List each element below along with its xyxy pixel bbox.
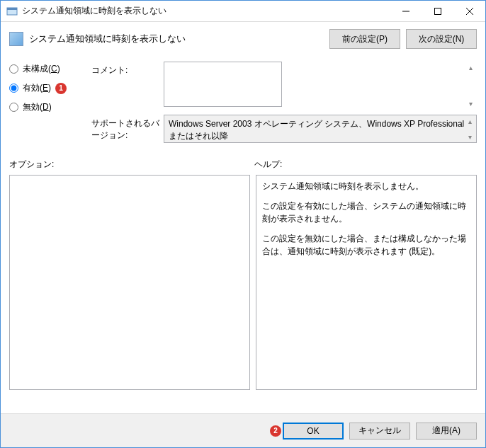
- radio-not-configured[interactable]: 未構成(C): [9, 63, 91, 75]
- titlebar: システム通知領域に時刻を表示しない: [1, 1, 485, 22]
- close-button[interactable]: [453, 1, 485, 21]
- radio-not-configured-label: 未構成(C): [23, 63, 60, 75]
- help-text: この設定を無効にした場合、または構成しなかった場合は、通知領域に時刻が表示されま…: [262, 232, 470, 258]
- comment-area: コメント: ▴ ▾ サポートされるバージョン: Windows Server 2…: [91, 62, 477, 143]
- window-title: システム通知領域に時刻を表示しない: [22, 5, 390, 17]
- previous-setting-button[interactable]: 前の設定(P): [329, 29, 400, 49]
- radio-enabled-label: 有効(E): [23, 82, 51, 94]
- window-icon: [6, 6, 18, 17]
- policy-title: システム通知領域に時刻を表示しない: [29, 33, 186, 45]
- minimize-button[interactable]: [390, 1, 422, 21]
- policy-icon: [9, 32, 23, 46]
- section-labels: オプション: ヘルプ:: [9, 159, 477, 171]
- scroll-up-icon[interactable]: ▴: [465, 62, 476, 72]
- apply-button[interactable]: 適用(A): [416, 423, 477, 440]
- options-label: オプション:: [9, 159, 254, 171]
- dialog-footer: 2 OK キャンセル 適用(A): [1, 413, 485, 447]
- support-row: サポートされるバージョン: Windows Server 2003 オペレーティ…: [91, 115, 477, 143]
- cancel-button[interactable]: キャンセル: [349, 423, 410, 440]
- radio-disabled[interactable]: 無効(D): [9, 101, 91, 113]
- radio-enabled-input[interactable]: [9, 84, 18, 93]
- config-row: 未構成(C) 有効(E) 1 無効(D) コメント: ▴ ▾: [9, 62, 477, 143]
- annotation-badge-2: 2: [270, 425, 281, 437]
- svg-rect-1: [7, 8, 17, 10]
- content-area: システム通知領域に時刻を表示しない 前の設定(P) 次の設定(N) 未構成(C)…: [1, 22, 485, 413]
- support-textbox: Windows Server 2003 オペレーティング システム、Window…: [164, 115, 477, 143]
- support-label: サポートされるバージョン:: [91, 115, 164, 142]
- radio-group: 未構成(C) 有効(E) 1 無効(D): [9, 62, 91, 120]
- radio-disabled-input[interactable]: [9, 103, 18, 112]
- support-text: Windows Server 2003 オペレーティング システム、Window…: [169, 119, 464, 141]
- comment-row: コメント: ▴ ▾: [91, 62, 477, 109]
- options-panel: [9, 175, 250, 390]
- header-row: システム通知領域に時刻を表示しない 前の設定(P) 次の設定(N): [9, 29, 477, 49]
- scroll-down-icon[interactable]: ▾: [465, 98, 476, 108]
- radio-not-configured-input[interactable]: [9, 64, 18, 74]
- annotation-badge-1: 1: [55, 83, 67, 94]
- comment-label: コメント:: [91, 62, 164, 76]
- radio-enabled[interactable]: 有効(E) 1: [9, 82, 91, 94]
- scroll-up-icon[interactable]: ▴: [465, 116, 475, 126]
- maximize-button[interactable]: [422, 1, 453, 21]
- help-text: この設定を有効にした場合、システムの通知領域に時刻が表示されません。: [262, 200, 470, 225]
- help-panel: システム通知領域に時刻を表示しません。 この設定を有効にした場合、システムの通知…: [256, 175, 477, 390]
- ok-button[interactable]: OK: [283, 423, 344, 440]
- comment-textarea[interactable]: [164, 62, 282, 107]
- help-text: システム通知領域に時刻を表示しません。: [262, 180, 470, 193]
- nav-buttons: 前の設定(P) 次の設定(N): [329, 29, 477, 49]
- help-label: ヘルプ:: [254, 159, 282, 171]
- scroll-down-icon[interactable]: ▾: [465, 132, 475, 142]
- radio-disabled-label: 無効(D): [23, 101, 52, 113]
- panels: システム通知領域に時刻を表示しません。 この設定を有効にした場合、システムの通知…: [9, 175, 477, 390]
- ok-button-wrap: 2 OK: [270, 423, 344, 440]
- next-setting-button[interactable]: 次の設定(N): [406, 29, 477, 49]
- svg-rect-3: [434, 8, 441, 14]
